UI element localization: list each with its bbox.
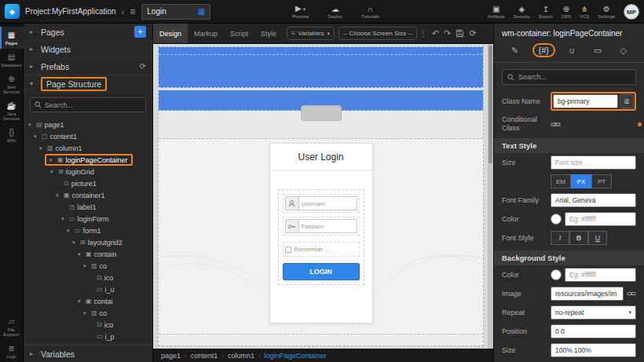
tree-item-loginform[interactable]: ▾▭loginForm	[24, 213, 152, 225]
sidebar-section-pages[interactable]: ▸ Pages +	[24, 24, 152, 41]
rail-item-apis[interactable]: {} APIs	[0, 124, 24, 146]
undo-icon[interactable]: ↶	[432, 28, 439, 38]
chevron-down-icon[interactable]: ▾	[83, 310, 89, 316]
tree-item-content1[interactable]: ▾▢content1	[24, 130, 152, 142]
rail-item-logs[interactable]: ≣ Logs	[0, 340, 24, 362]
sidebar-section-page-structure[interactable]: ▾ Page Structure	[24, 75, 152, 93]
artifacts-button[interactable]: ▣ Artifacts	[488, 5, 505, 19]
font-size-input[interactable]	[551, 155, 636, 170]
bold-button[interactable]: B	[569, 231, 588, 245]
markup-tab-icon[interactable]: ✎	[507, 45, 523, 57]
rail-item-databases[interactable]: ▤ Databases	[0, 49, 24, 71]
color-swatch[interactable]	[551, 269, 562, 280]
i18n-button[interactable]: ⊕ i18N	[562, 5, 571, 19]
chevron-down-icon[interactable]: ▾	[50, 169, 56, 175]
structure-search-input[interactable]	[45, 101, 141, 109]
rail-item-java-services[interactable]: ☕ Java Services	[0, 97, 24, 124]
design-canvas[interactable]: User Login	[153, 44, 493, 349]
tree-item-icon[interactable]: ⊡ico	[24, 272, 152, 283]
chevron-down-icon[interactable]: ▾	[34, 133, 39, 140]
events-tab-icon[interactable]: ∪	[564, 45, 580, 57]
username-field-row[interactable]	[283, 194, 360, 213]
chevron-down-icon[interactable]: ▾	[61, 216, 67, 222]
bind-link-icon[interactable]	[627, 289, 636, 298]
chevron-right-icon[interactable]: ▸	[30, 350, 36, 357]
user-avatar[interactable]: MP	[624, 4, 639, 20]
preview-button[interactable]: ▶▾ Preview	[292, 5, 309, 19]
chevron-down-icon[interactable]: ▾	[78, 251, 83, 258]
nav-strip-widget[interactable]	[159, 111, 483, 139]
rail-item-web-services[interactable]: ⊕ Web Services	[0, 71, 24, 97]
tree-item-input-password[interactable]: ▭i_p	[24, 331, 152, 342]
tree-item-container[interactable]: ▾▣contai	[24, 295, 152, 307]
page-header-widget[interactable]	[159, 47, 483, 88]
chevron-down-icon[interactable]: ▾	[78, 298, 83, 305]
page-footer-widget[interactable]	[159, 334, 483, 346]
canvas-scrollbar[interactable]	[488, 44, 493, 349]
bg-image-input[interactable]	[551, 287, 624, 301]
tab-style[interactable]: Style	[254, 24, 283, 44]
refresh-icon[interactable]: ⟳	[140, 62, 146, 71]
tree-item-page1[interactable]: ▾▤page1	[24, 119, 152, 130]
page-content-widget[interactable]: User Login	[159, 139, 483, 334]
chevron-down-icon[interactable]: ▾	[39, 145, 45, 152]
structure-search[interactable]	[30, 97, 146, 112]
login-button[interactable]: LOGIN	[283, 263, 360, 280]
italic-button[interactable]: I	[551, 231, 569, 245]
refresh-canvas-icon[interactable]: ⟳	[469, 28, 476, 38]
chevron-down-icon[interactable]: ▾	[67, 228, 72, 234]
chevron-right-icon[interactable]: ▸	[30, 63, 36, 70]
security-button[interactable]: ◈ Security	[514, 5, 531, 19]
tree-item-loginpagecontainer[interactable]: ▾▣loginPageContainer	[24, 154, 152, 166]
export-button[interactable]: ↥ Export	[539, 5, 552, 19]
tree-item-column[interactable]: ▾▥co	[24, 260, 152, 272]
kebab-menu-icon[interactable]: ⋮	[419, 29, 427, 38]
chevron-down-icon[interactable]: ▾	[72, 240, 78, 246]
property-search-input[interactable]	[518, 73, 631, 81]
tree-item-picture1[interactable]: ⊡picture1	[24, 177, 152, 189]
tree-item-container1[interactable]: ▾▣container1	[24, 189, 152, 201]
sidebar-section-prefabs[interactable]: ▸ Prefabs ⟳	[24, 58, 152, 75]
class-list-icon[interactable]: ≣	[620, 94, 634, 108]
password-input[interactable]	[299, 219, 357, 233]
canvas-scrollbar-thumb[interactable]	[488, 46, 492, 163]
bg-color-input[interactable]	[565, 268, 636, 282]
text-color-input[interactable]	[565, 212, 636, 226]
breadcrumb-content1[interactable]: content1	[191, 352, 218, 360]
add-page-button[interactable]: +	[134, 26, 146, 38]
sidebar-section-widgets[interactable]: ▸ Widgets	[24, 41, 152, 58]
class-name-input[interactable]	[553, 94, 618, 108]
unit-pt-button[interactable]: PT	[591, 174, 612, 188]
username-input[interactable]	[299, 196, 357, 210]
remember-me-row[interactable]: Remember ...	[283, 242, 360, 257]
chevron-down-icon[interactable]: ▾	[28, 122, 34, 128]
bg-size-input[interactable]	[551, 343, 636, 357]
variables-dropdown[interactable]: ≡ Variables ▾	[287, 27, 335, 40]
underline-button[interactable]: U	[588, 231, 607, 245]
tree-item-column[interactable]: ▾▥co	[24, 307, 152, 319]
grid-icon[interactable]: ▦	[198, 7, 205, 16]
color-swatch[interactable]	[551, 214, 562, 225]
breadcrumb-column1[interactable]: column1	[228, 352, 254, 360]
bg-position-input[interactable]	[551, 324, 636, 338]
tree-item-icon[interactable]: ⊡ico	[24, 319, 152, 331]
chevron-down-icon[interactable]: ▾	[49, 157, 55, 163]
tree-item-input-username[interactable]: ▭i_u	[24, 283, 152, 295]
bg-repeat-select[interactable]: no-repeat ▾	[551, 305, 636, 320]
styles-tab-icon[interactable]: {#}	[532, 43, 555, 57]
deploy-button[interactable]: ☁ Deploy	[327, 5, 342, 19]
login-page-container-widget[interactable]: User Login	[158, 46, 484, 346]
settings-button[interactable]: ⚙ Settings	[598, 5, 615, 19]
menu-icon[interactable]: ≡	[130, 6, 135, 17]
rail-item-file-explorer[interactable]: ▱ File Explorer	[0, 313, 24, 340]
screen-size-dropdown[interactable]: -- Choose Screen Size --	[338, 27, 417, 40]
bind-link-icon[interactable]	[551, 119, 561, 130]
chevron-down-icon[interactable]: ▾	[56, 192, 61, 199]
rail-item-pages[interactable]: ▦ Pages	[0, 27, 24, 49]
breadcrumb-page1[interactable]: page1	[161, 352, 181, 360]
tab-design[interactable]: Design	[153, 24, 188, 44]
tree-item-form1[interactable]: ▾▭form1	[24, 225, 152, 236]
breadcrumb-loginpagecontainer[interactable]: loginPageContainer	[265, 352, 327, 360]
tree-item-layoutgrid2[interactable]: ▾⊞layoutgrid2	[24, 236, 152, 248]
save-icon[interactable]	[456, 29, 464, 38]
